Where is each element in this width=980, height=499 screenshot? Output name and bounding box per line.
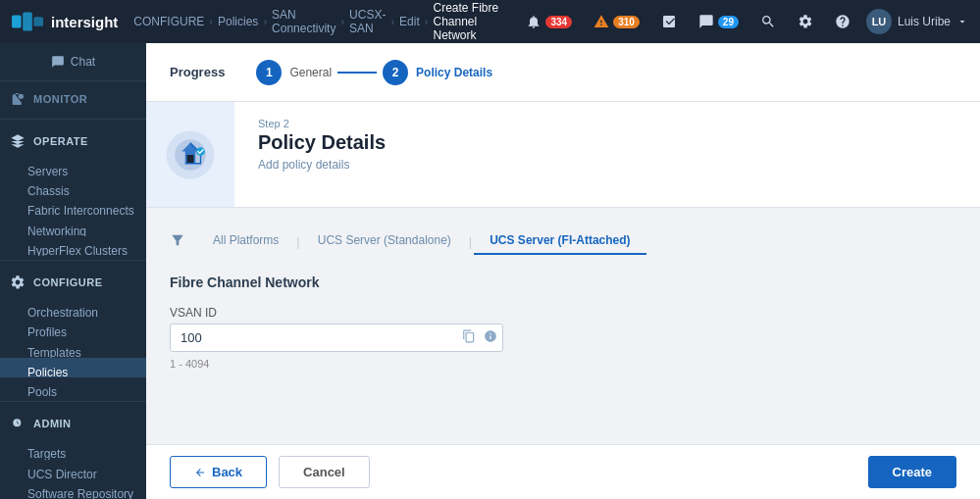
sidebar-item-software-repo[interactable]: Software Repository	[0, 479, 146, 499]
sidebar-item-policies[interactable]: Policies	[0, 358, 146, 377]
tab-ucs-standalone[interactable]: UCS Server (Standalone)	[302, 227, 467, 255]
admin-label: ADMIN	[33, 418, 72, 429]
step-meta: Step 2	[258, 118, 956, 129]
sidebar-item-ucs-director[interactable]: UCS Director	[0, 460, 146, 479]
step-list: 1 General 2 Policy Details	[256, 60, 492, 85]
sidebar-item-networking[interactable]: Networking	[0, 217, 146, 236]
step-1: 1 General	[256, 60, 332, 85]
vsan-id-copy-icon[interactable]	[460, 327, 478, 348]
breadcrumb-configure[interactable]: CONFIGURE	[133, 15, 204, 28]
sidebar-item-servers[interactable]: Servers	[0, 157, 146, 176]
create-button[interactable]: Create	[868, 456, 956, 488]
chat-label: Chat	[71, 55, 95, 69]
operate-label: OPERATE	[33, 135, 88, 147]
cancel-button[interactable]: Cancel	[279, 456, 370, 488]
filter-icon[interactable]	[170, 232, 185, 251]
messages-badge: 29	[718, 16, 739, 28]
vsan-id-group: VSAN ID 1 - 4094	[170, 306, 503, 370]
search-button[interactable]	[754, 10, 782, 33]
chat-icon	[51, 55, 65, 69]
breadcrumb-sep-1: ›	[263, 16, 267, 27]
sidebar-item-templates[interactable]: Templates	[0, 338, 146, 358]
form-area: All Platforms | UCS Server (Standalone) …	[146, 208, 980, 444]
divider-2	[0, 260, 146, 261]
step-connector-1	[337, 72, 377, 74]
svg-rect-6	[187, 155, 194, 164]
tab-all-platforms[interactable]: All Platforms	[197, 227, 294, 255]
progress-label: Progress	[170, 65, 225, 79]
warnings-button[interactable]: 310	[588, 10, 645, 33]
step-1-circle: 1	[256, 60, 282, 85]
policy-details-icon	[163, 127, 218, 182]
alert-badge-orange: 310	[613, 16, 640, 28]
sidebar-item-orchestration[interactable]: Orchestration	[0, 298, 146, 318]
breadcrumb-current: Create Fibre Channel Network	[433, 1, 520, 42]
configure-icon	[10, 274, 26, 290]
vsan-id-icons	[460, 327, 499, 348]
vsan-id-input-wrap	[170, 324, 503, 352]
settings-button[interactable]	[792, 10, 819, 33]
progress-section: Progress 1 General 2 Policy Details	[146, 43, 980, 102]
vsan-id-input[interactable]	[170, 324, 503, 352]
divider-3	[0, 401, 146, 402]
sidebar-item-fabric-interconnects[interactable]: Fabric Interconnects	[0, 196, 146, 216]
sidebar-item-targets[interactable]: Targets	[0, 439, 146, 459]
sidebar-item-pools[interactable]: Pools	[0, 377, 146, 397]
sidebar-item-hyperflex[interactable]: HyperFlex Clusters	[0, 236, 146, 256]
monitor-label: MONITOR	[33, 93, 87, 105]
breadcrumb-sep-4: ›	[425, 16, 429, 27]
svg-rect-0	[12, 16, 22, 28]
sidebar-section-monitor[interactable]: MONITOR	[0, 81, 146, 115]
divider-1	[0, 119, 146, 120]
svg-rect-2	[33, 17, 43, 26]
step-2-label: Policy Details	[416, 66, 492, 79]
topnav: intersight CONFIGURE › Policies › SAN Co…	[0, 0, 980, 43]
topnav-icons: 334 310 29 LU Luis Uribe	[520, 9, 968, 34]
step-icon-box	[146, 102, 234, 207]
back-icon	[194, 467, 206, 478]
main-wrap: Chat MONITOR OPERATE Servers Chassis Fab…	[0, 43, 980, 499]
admin-icon	[10, 416, 26, 431]
svg-point-3	[19, 94, 24, 99]
content-area: Progress 1 General 2 Policy Details	[146, 43, 980, 499]
step-title: Policy Details	[258, 131, 956, 154]
logo: intersight	[12, 12, 118, 31]
breadcrumb-edit[interactable]: Edit	[399, 15, 420, 28]
step-subtitle: Add policy details	[258, 158, 956, 172]
create-label: Create	[893, 465, 932, 479]
vsan-id-info-icon[interactable]	[482, 327, 499, 348]
notifications-button[interactable]: 334	[520, 10, 578, 33]
step-header: Step 2 Policy Details Add policy details	[146, 102, 980, 208]
breadcrumb-nav: CONFIGURE › Policies › SAN Connectivity …	[133, 1, 520, 42]
sidebar-section-configure[interactable]: CONFIGURE	[0, 265, 146, 298]
sidebar-section-admin[interactable]: ADMIN	[0, 406, 146, 439]
footer: Back Cancel Create	[146, 444, 980, 499]
chevron-down-icon	[956, 16, 968, 27]
step-info: Step 2 Policy Details Add policy details	[258, 102, 956, 207]
username: Luis Uribe	[898, 15, 951, 28]
back-label: Back	[212, 465, 242, 479]
filter-sep-1: |	[296, 234, 299, 249]
vsan-id-hint: 1 - 4094	[170, 358, 503, 370]
filter-sep-2: |	[469, 234, 472, 249]
breadcrumb-san[interactable]: SAN Connectivity	[272, 8, 335, 35]
configure-label: CONFIGURE	[33, 276, 103, 288]
sidebar-item-chassis[interactable]: Chassis	[0, 176, 146, 196]
help-button[interactable]	[829, 10, 856, 33]
messages-button[interactable]: 29	[693, 10, 745, 33]
svg-rect-1	[23, 12, 32, 30]
operate-icon	[10, 133, 26, 149]
user-menu[interactable]: LU Luis Uribe	[866, 9, 968, 34]
tab-ucs-fi-attached[interactable]: UCS Server (FI-Attached)	[474, 227, 645, 255]
form-section-title: Fibre Channel Network	[170, 274, 956, 290]
sidebar-item-profiles[interactable]: Profiles	[0, 318, 146, 337]
breadcrumb-ucsx[interactable]: UCSX-SAN	[349, 8, 386, 35]
sidebar-section-operate[interactable]: OPERATE	[0, 124, 146, 157]
breadcrumb-sep-2: ›	[340, 16, 344, 27]
tasks-button[interactable]	[655, 10, 683, 33]
step-2-circle: 2	[383, 60, 408, 85]
back-button[interactable]: Back	[170, 456, 267, 488]
logo-text: intersight	[51, 14, 118, 30]
breadcrumb-policies[interactable]: Policies	[218, 15, 258, 28]
chat-button[interactable]: Chat	[0, 43, 146, 81]
